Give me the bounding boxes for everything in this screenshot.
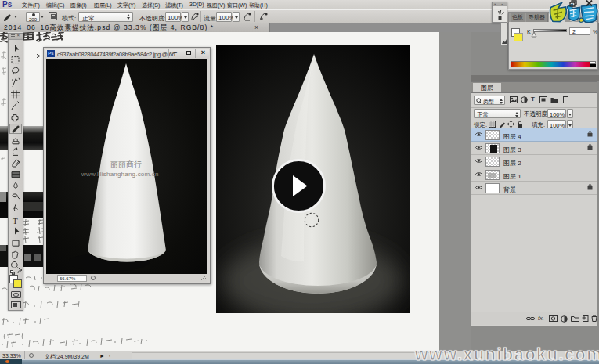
svg-text:T: T — [13, 216, 18, 225]
svg-text:丽丽商行: 丽丽商行 — [110, 160, 142, 168]
svg-text:www.lilishanghang.com.cn: www.lilishanghang.com.cn — [81, 171, 159, 178]
